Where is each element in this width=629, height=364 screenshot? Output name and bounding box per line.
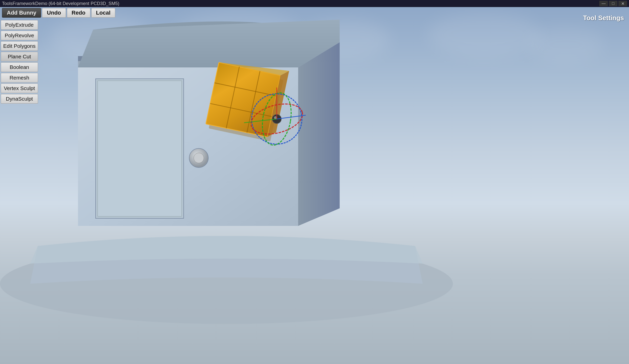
viewport[interactable]: Tool Settings bbox=[0, 7, 629, 364]
close-button[interactable]: ✕ bbox=[618, 1, 627, 6]
sidebar-item-poly-revolve[interactable]: PolyRevolve bbox=[1, 31, 38, 40]
sidebar-item-remesh[interactable]: Remesh bbox=[1, 73, 38, 83]
scene-svg bbox=[0, 7, 629, 364]
sidebar: PolyExtrude PolyRevolve Edit Polygons Pl… bbox=[0, 7, 39, 105]
sidebar-item-vertex-sculpt[interactable]: Vertex Sculpt bbox=[1, 84, 38, 93]
redo-button[interactable]: Redo bbox=[67, 8, 90, 18]
toolbar: Add Bunny Undo Redo Local bbox=[0, 7, 629, 19]
local-button[interactable]: Local bbox=[91, 8, 115, 18]
window-title: ToolsFrameworkDemo (64-bit Development P… bbox=[2, 1, 599, 6]
svg-point-2 bbox=[194, 153, 204, 163]
maximize-button[interactable]: □ bbox=[609, 1, 617, 6]
titlebar: ToolsFrameworkDemo (64-bit Development P… bbox=[0, 0, 629, 7]
minimize-button[interactable]: — bbox=[599, 1, 608, 6]
window-controls: — □ ✕ bbox=[599, 1, 627, 6]
undo-button[interactable]: Undo bbox=[42, 8, 66, 18]
sidebar-item-plane-cut[interactable]: Plane Cut bbox=[1, 52, 38, 61]
sidebar-item-boolean[interactable]: Boolean bbox=[1, 62, 38, 72]
sidebar-item-dyna-sculpt[interactable]: DynaSculpt bbox=[1, 94, 38, 104]
add-bunny-button[interactable]: Add Bunny bbox=[2, 8, 41, 18]
sidebar-item-edit-polygons[interactable]: Edit Polygons bbox=[1, 41, 38, 51]
sidebar-item-poly-extrude[interactable]: PolyExtrude bbox=[1, 20, 38, 30]
